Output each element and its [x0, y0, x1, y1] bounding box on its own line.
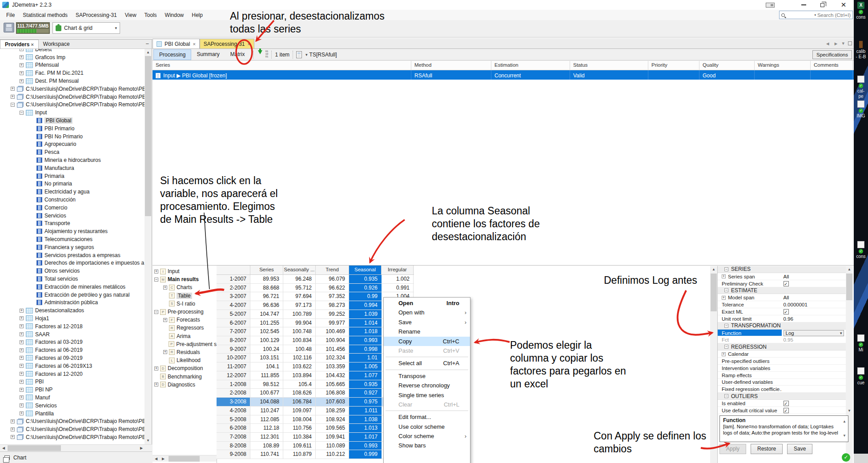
menu-item-paste[interactable]: PasteCtrl+V — [384, 346, 470, 355]
sa-table-row[interactable]: Input ▶ PBI Global [frozen]RSAfullConcur… — [153, 70, 854, 80]
grid-cell[interactable]: 1.077 — [349, 371, 382, 380]
prop-unit-root-limit[interactable]: Unit root limit0.96 — [718, 315, 846, 322]
prop-pre-specified-outliers[interactable]: Pre-specified outliers — [718, 358, 846, 365]
grid-cell[interactable]: 101.456 — [316, 345, 349, 354]
search-box[interactable]: ▾ Search (Ctrl+I) — [779, 11, 853, 19]
expand-icon[interactable]: + — [11, 419, 15, 423]
collapse-icon[interactable]: − — [11, 103, 15, 107]
expand-icon[interactable]: + — [722, 352, 726, 356]
collapse-icon[interactable]: − — [724, 267, 728, 271]
prop-section-regression[interactable]: −REGRESSION — [718, 343, 846, 350]
menu-item-open-with[interactable]: Open with› — [384, 308, 470, 317]
tree-item[interactable]: PBI Global — [0, 117, 145, 125]
grid-cell[interactable]: 1.005 — [349, 362, 382, 371]
tree-item[interactable]: Primaria — [0, 172, 145, 180]
grid-cell[interactable]: 104.747 — [250, 310, 283, 318]
tree-item[interactable]: Telecomunicaciones — [0, 235, 145, 243]
grid-cell[interactable]: 100.834 — [283, 336, 316, 345]
menu-item-save[interactable]: Save› — [384, 318, 470, 327]
prop-ramp-effects[interactable]: Ramp effects — [718, 372, 846, 379]
tree-item[interactable]: +C:\Users\luisj\OneDrive\BCRP\Trabajo Re… — [0, 85, 145, 93]
grid-cell[interactable]: 104.1 — [250, 362, 283, 371]
tree-item[interactable]: +Hoja1 — [0, 314, 145, 322]
prop-fct[interactable]: Fct0.95 — [718, 336, 846, 343]
grid-cell[interactable]: 112.18 — [250, 424, 283, 432]
grid-cell[interactable]: 0.99 — [349, 292, 382, 301]
scroll-up-icon[interactable]: ▲ — [843, 419, 846, 423]
menu-item-copy[interactable]: CopyCtrl+C — [384, 337, 470, 346]
grid-cell[interactable]: 1.013 — [349, 424, 382, 432]
results-tree-item[interactable]: −MMain results — [153, 275, 217, 283]
grid-cell[interactable]: 98.512 — [250, 380, 283, 389]
tree-item[interactable]: Transporte — [0, 220, 145, 228]
maximize-button[interactable] — [813, 0, 832, 10]
expand-icon[interactable]: + — [163, 350, 167, 354]
spec-calculator-icon[interactable] — [296, 51, 302, 58]
results-tree-item[interactable]: +DDecomposition — [153, 364, 217, 372]
grid-cell[interactable]: 110.879 — [283, 450, 316, 459]
menu-view[interactable]: View — [121, 11, 140, 20]
grid-period-cell[interactable]: 1-2008 — [217, 380, 250, 389]
grid-cell[interactable]: 99.904 — [283, 319, 316, 327]
grid-cell[interactable]: 103.151 — [250, 354, 283, 362]
desktop-icon[interactable]: calib - E-B — [854, 41, 868, 60]
tree-item[interactable]: Servicios prestados a empresas — [0, 251, 145, 259]
grid-column-header-trend[interactable]: Trend — [316, 266, 349, 274]
grid-cell[interactable]: 100.677 — [250, 389, 283, 397]
scroll-left-icon[interactable]: ◀ — [0, 445, 7, 452]
tree-item[interactable]: Alojamiento y restaurantes — [0, 227, 145, 235]
grid-cell[interactable]: 110.212 — [316, 450, 349, 459]
desktop-icon[interactable]: ✓Mi — [854, 334, 868, 353]
expand-icon[interactable]: + — [154, 382, 158, 387]
tree-item[interactable]: Minería e hidrocarburos — [0, 156, 145, 164]
close-button[interactable]: ✕ — [834, 0, 853, 10]
prop-model-span[interactable]: +Model spanAll — [718, 294, 846, 301]
grid-cell[interactable]: 1.002 — [382, 275, 414, 283]
menu-item-edit-format-[interactable]: Edit format... — [384, 412, 470, 422]
grid-column-header-irregular[interactable]: Irregular — [382, 266, 414, 274]
expand-icon[interactable]: + — [20, 403, 24, 407]
grid-column-header-seasonal[interactable]: Seasonal — [349, 266, 382, 274]
grid-cell[interactable]: 1.014 — [349, 319, 382, 327]
grid-cell[interactable]: 106.784 — [283, 398, 316, 406]
grid-cell[interactable]: 105.4 — [283, 380, 316, 389]
menu-item-rename[interactable]: Rename — [384, 327, 470, 336]
tree-item[interactable]: +Factores al 03-2019 — [0, 338, 145, 346]
collapse-icon[interactable]: − — [724, 324, 728, 328]
prop-value[interactable]: ✓ — [782, 407, 846, 414]
grid-cell[interactable]: 100.469 — [316, 327, 349, 336]
scrollbar-thumb[interactable] — [8, 445, 61, 451]
grid-cell[interactable]: 102.116 — [283, 354, 316, 362]
grid-cell[interactable]: 96.622 — [316, 284, 349, 292]
scrollbar-thumb[interactable] — [169, 456, 200, 462]
expand-icon[interactable]: + — [11, 95, 15, 99]
grid-cell[interactable]: 0.993 — [349, 336, 382, 345]
expand-icon[interactable]: + — [20, 340, 24, 344]
scroll-up-icon[interactable]: ▲ — [145, 49, 152, 56]
collapse-icon[interactable]: − — [724, 394, 728, 398]
grid-column-header[interactable] — [217, 266, 250, 274]
results-tree-item[interactable]: LLikelihood — [153, 356, 217, 364]
prop-section-estimate[interactable]: −ESTIMATE — [718, 287, 846, 294]
grid-cell[interactable]: 89.953 — [250, 275, 283, 283]
run-seasonal-adjustment-icon[interactable]: 011001 — [257, 50, 268, 59]
grid-cell[interactable]: 108.924 — [316, 415, 349, 424]
column-header-quality[interactable]: Quality — [699, 61, 755, 70]
grid-cell[interactable]: 0.991 — [382, 284, 414, 292]
grid-period-cell[interactable]: 8-2007 — [217, 336, 250, 345]
checkbox-checked-icon[interactable]: ✓ — [784, 401, 789, 406]
grid-cell[interactable]: 100.24 — [250, 345, 283, 354]
expand-icon[interactable]: + — [154, 366, 158, 370]
grid-period-cell[interactable]: 1-2007 — [217, 275, 250, 283]
grid-cell[interactable]: 111.855 — [250, 371, 283, 380]
expand-icon[interactable]: + — [20, 356, 24, 360]
tree-item[interactable]: +Manuf — [0, 394, 145, 402]
grid-cell[interactable]: 105.665 — [316, 380, 349, 389]
desktop-icon[interactable]: ✓cons — [854, 241, 868, 259]
grid-period-cell[interactable]: 12-2007 — [217, 371, 250, 380]
grid-cell[interactable]: 100.904 — [316, 336, 349, 345]
prop-function[interactable]: FunctionLog▾ — [718, 330, 846, 337]
prop-value[interactable] — [782, 372, 846, 378]
column-header-comments[interactable]: Comments — [811, 61, 853, 70]
tree-item[interactable]: Pesca — [0, 148, 145, 156]
